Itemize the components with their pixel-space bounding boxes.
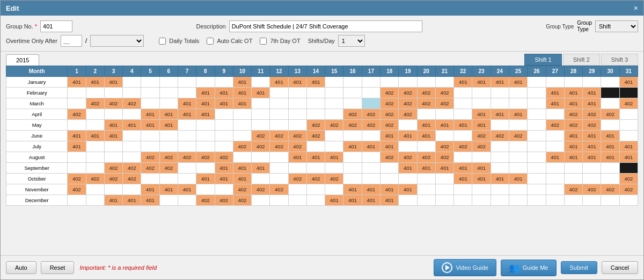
day-cell[interactable] <box>123 77 141 88</box>
day-cell[interactable]: 401 <box>509 77 528 88</box>
day-cell[interactable] <box>215 141 233 152</box>
day-cell[interactable] <box>417 109 435 120</box>
day-cell[interactable] <box>178 120 196 131</box>
day-cell[interactable] <box>215 109 233 120</box>
day-cell[interactable] <box>564 77 582 88</box>
day-cell[interactable]: 401 <box>233 77 251 88</box>
day-cell[interactable] <box>362 77 380 88</box>
day-cell[interactable] <box>491 152 509 163</box>
seventh-day-ot-checkbox[interactable] <box>260 38 267 45</box>
day-cell[interactable] <box>601 163 619 174</box>
day-cell[interactable]: 402 <box>86 98 104 109</box>
day-cell[interactable] <box>325 98 343 109</box>
day-cell[interactable]: 402 <box>435 98 453 109</box>
day-cell[interactable]: 402 <box>399 98 417 109</box>
day-cell[interactable]: 402 <box>215 152 233 163</box>
day-cell[interactable] <box>215 131 233 141</box>
day-cell[interactable] <box>619 109 638 120</box>
day-cell[interactable]: 402 <box>306 120 325 131</box>
day-cell[interactable] <box>601 88 619 98</box>
day-cell[interactable] <box>178 195 196 206</box>
guide-me-button[interactable]: 👥 Guide Me <box>501 260 557 276</box>
day-cell[interactable] <box>528 120 546 131</box>
day-cell[interactable]: 402 <box>362 120 380 131</box>
day-cell[interactable]: 401 <box>196 98 215 109</box>
day-cell[interactable] <box>601 195 619 206</box>
shift-tab-3[interactable]: Shift 3 <box>601 54 638 66</box>
day-cell[interactable]: 401 <box>435 163 453 174</box>
day-cell[interactable] <box>288 195 306 206</box>
day-cell[interactable] <box>619 120 638 131</box>
day-cell[interactable] <box>159 174 178 184</box>
day-cell[interactable]: 401 <box>435 120 453 131</box>
day-cell[interactable] <box>306 184 325 195</box>
day-cell[interactable] <box>306 88 325 98</box>
day-cell[interactable]: 402 <box>509 131 528 141</box>
day-cell[interactable] <box>306 195 325 206</box>
day-cell[interactable]: 402 <box>619 98 638 109</box>
day-cell[interactable] <box>528 88 546 98</box>
day-cell[interactable] <box>509 98 528 109</box>
day-cell[interactable]: 401 <box>454 174 472 184</box>
day-cell[interactable] <box>159 98 178 109</box>
day-cell[interactable] <box>343 174 362 184</box>
day-cell[interactable] <box>362 98 380 109</box>
day-cell[interactable] <box>270 109 288 120</box>
day-cell[interactable]: 401 <box>472 109 491 120</box>
day-cell[interactable] <box>325 163 343 174</box>
day-cell[interactable]: 402 <box>270 184 288 195</box>
day-cell[interactable] <box>288 163 306 174</box>
day-cell[interactable]: 401 <box>270 77 288 88</box>
day-cell[interactable] <box>123 141 141 152</box>
auto-button[interactable]: Auto <box>6 261 36 274</box>
day-cell[interactable] <box>104 141 122 152</box>
day-cell[interactable]: 401 <box>583 152 601 163</box>
day-cell[interactable]: 402 <box>252 184 270 195</box>
day-cell[interactable] <box>509 152 528 163</box>
day-cell[interactable] <box>417 174 435 184</box>
day-cell[interactable] <box>491 163 509 174</box>
day-cell[interactable] <box>252 195 270 206</box>
submit-button[interactable]: Submit <box>561 261 597 274</box>
shift-tab-2[interactable]: Shift 2 <box>563 54 600 66</box>
day-cell[interactable] <box>546 195 564 206</box>
day-cell[interactable] <box>343 131 362 141</box>
ot-after-input[interactable] <box>61 35 82 47</box>
day-cell[interactable]: 402 <box>491 131 509 141</box>
day-cell[interactable]: 401 <box>233 88 251 98</box>
day-cell[interactable]: 401 <box>68 77 86 88</box>
day-cell[interactable]: 401 <box>491 77 509 88</box>
day-cell[interactable] <box>123 88 141 98</box>
day-cell[interactable]: 401 <box>252 163 270 174</box>
day-cell[interactable] <box>159 88 178 98</box>
day-cell[interactable] <box>528 195 546 206</box>
day-cell[interactable]: 402 <box>399 109 417 120</box>
day-cell[interactable] <box>417 77 435 88</box>
day-cell[interactable] <box>343 88 362 98</box>
day-cell[interactable] <box>86 195 104 206</box>
day-cell[interactable]: 402 <box>123 163 141 174</box>
day-cell[interactable] <box>399 120 417 131</box>
ot-period-select[interactable] <box>90 35 144 47</box>
day-cell[interactable] <box>86 163 104 174</box>
day-cell[interactable] <box>509 88 528 98</box>
day-cell[interactable] <box>528 152 546 163</box>
day-cell[interactable] <box>509 141 528 152</box>
day-cell[interactable] <box>325 109 343 120</box>
day-cell[interactable]: 401 <box>380 141 399 152</box>
day-cell[interactable]: 401 <box>86 77 104 88</box>
day-cell[interactable]: 401 <box>564 141 582 152</box>
day-cell[interactable] <box>252 98 270 109</box>
day-cell[interactable] <box>546 163 564 174</box>
day-cell[interactable] <box>417 141 435 152</box>
day-cell[interactable] <box>399 174 417 184</box>
day-cell[interactable] <box>86 184 104 195</box>
day-cell[interactable]: 401 <box>86 131 104 141</box>
day-cell[interactable] <box>123 184 141 195</box>
day-cell[interactable]: 402 <box>417 98 435 109</box>
day-cell[interactable]: 401 <box>564 88 582 98</box>
day-cell[interactable] <box>528 163 546 174</box>
day-cell[interactable] <box>528 131 546 141</box>
day-cell[interactable]: 401 <box>196 88 215 98</box>
day-cell[interactable] <box>270 88 288 98</box>
